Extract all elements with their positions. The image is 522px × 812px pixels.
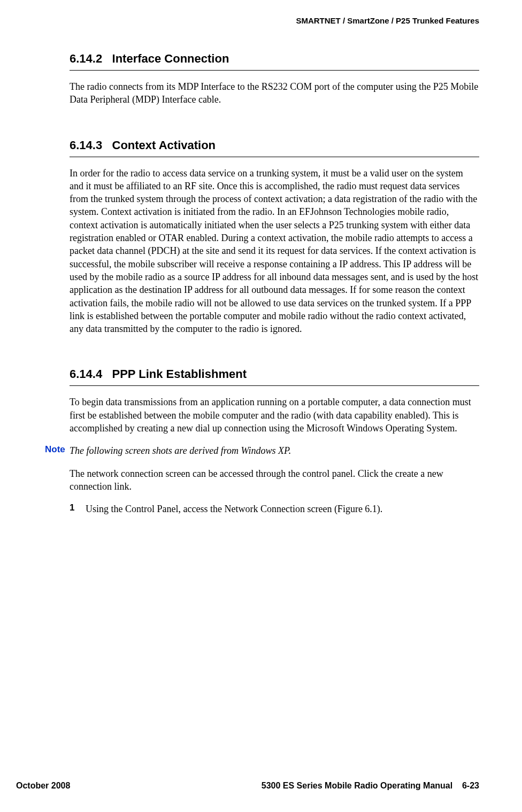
section-rule [70,385,479,386]
section-number: 6.14.4 [70,367,102,381]
section-rule [70,157,479,157]
note-block: Note The following screen shots are deri… [45,444,479,457]
section-6-14-3: 6.14.3 Context Activation In order for t… [70,138,479,336]
footer-manual-title: 5300 ES Series Mobile Radio Operating Ma… [262,781,452,790]
step-item: 1 Using the Control Panel, access the Ne… [70,502,479,515]
footer-date: October 2008 [16,781,70,791]
section-title-text: Interface Connection [112,52,229,65]
note-text: The following screen shots are derived f… [70,444,291,457]
section-body-continued: The network connection screen can be acc… [70,467,479,493]
step-text: Using the Control Panel, access the Netw… [86,502,382,515]
page-footer: October 2008 5300 ES Series Mobile Radio… [16,781,479,791]
section-6-14-4: 6.14.4 PPP Link Establishment To begin d… [70,367,479,435]
note-label: Note [45,444,70,457]
footer-page-number: 6-23 [462,781,479,790]
section-6-14-2: 6.14.2 Interface Connection The radio co… [70,52,479,106]
section-number: 6.14.3 [70,138,102,152]
section-body: In order for the radio to access data se… [70,167,479,336]
section-body: The radio connects from its MDP Interfac… [70,80,479,106]
section-6-14-4-continued: The network connection screen can be acc… [70,467,479,493]
section-heading: 6.14.4 PPP Link Establishment [70,367,479,381]
section-title-text: Context Activation [112,138,216,152]
step-number: 1 [70,502,86,515]
section-body: To begin data transmissions from an appl… [70,396,479,435]
running-header: SMARTNET / SmartZone / P25 Trunked Featu… [16,16,479,25]
document-page: SMARTNET / SmartZone / P25 Trunked Featu… [0,0,522,812]
section-rule [70,70,479,71]
section-title-text: PPP Link Establishment [112,367,247,381]
footer-right: 5300 ES Series Mobile Radio Operating Ma… [262,781,479,791]
section-heading: 6.14.3 Context Activation [70,138,479,152]
section-heading: 6.14.2 Interface Connection [70,52,479,66]
section-number: 6.14.2 [70,52,102,65]
